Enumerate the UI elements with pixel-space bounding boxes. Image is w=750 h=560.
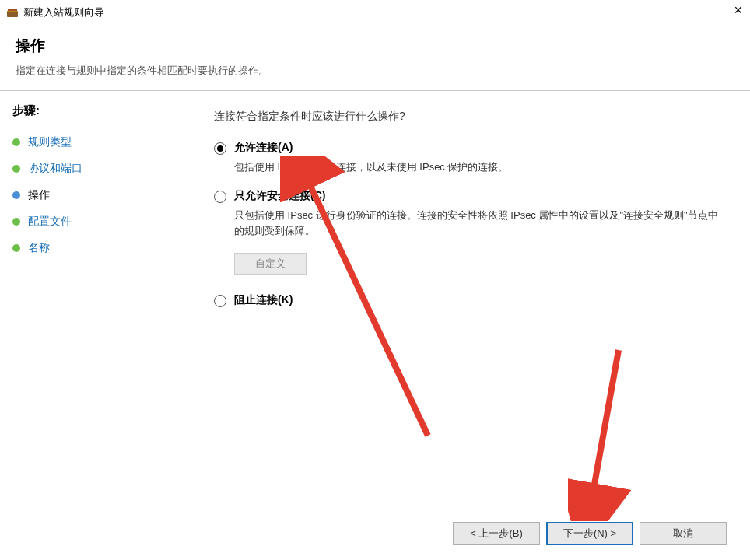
app-icon <box>6 6 19 19</box>
page-subtitle: 指定在连接与规则中指定的条件相匹配时要执行的操作。 <box>16 64 734 78</box>
wizard-footer: < 上一步(B) 下一步(N) > 取消 <box>0 516 750 560</box>
step-bullet-icon <box>12 218 20 226</box>
radio-label: 只允许安全连接(C) <box>234 189 325 203</box>
step-bullet-icon <box>12 165 20 173</box>
radio-allow-description: 包括使用 IPsec 保护的连接，以及未使用 IPsec 保护的连接。 <box>234 159 727 175</box>
step-bullet-icon <box>12 138 20 146</box>
step-name[interactable]: 名称 <box>12 235 191 261</box>
step-label: 规则类型 <box>28 135 72 149</box>
cancel-button[interactable]: 取消 <box>640 522 727 545</box>
radio-allow-secure[interactable]: 只允许安全连接(C) <box>214 189 727 203</box>
radio-label: 阻止连接(K) <box>234 293 293 307</box>
radio-label: 允许连接(A) <box>234 141 293 155</box>
step-label: 协议和端口 <box>28 162 82 176</box>
step-sidebar-title: 步骤: <box>12 103 191 118</box>
radio-secure-description: 只包括使用 IPsec 进行身份验证的连接。连接的安全性将依照 IPsec 属性… <box>234 208 727 239</box>
radio-icon <box>214 295 226 307</box>
wizard-content: 连接符合指定条件时应该进行什么操作? 允许连接(A) 包括使用 IPsec 保护… <box>198 91 750 509</box>
window-title: 新建入站规则向导 <box>23 5 104 19</box>
step-label: 名称 <box>28 241 50 255</box>
next-button[interactable]: 下一步(N) > <box>546 522 633 545</box>
step-action[interactable]: 操作 <box>12 182 191 208</box>
wizard-header: 操作 指定在连接与规则中指定的条件相匹配时要执行的操作。 <box>0 25 750 90</box>
step-rule-type[interactable]: 规则类型 <box>12 129 191 156</box>
step-profile[interactable]: 配置文件 <box>12 208 191 235</box>
radio-allow-connection[interactable]: 允许连接(A) <box>214 141 727 155</box>
radio-icon <box>214 191 226 203</box>
wizard-body: 步骤: 规则类型 协议和端口 操作 配置文件 名称 <box>0 91 750 509</box>
step-protocol-port[interactable]: 协议和端口 <box>12 156 191 182</box>
back-button[interactable]: < 上一步(B) <box>453 522 540 545</box>
step-bullet-icon <box>12 244 20 252</box>
radio-icon <box>214 142 226 155</box>
window-titlebar: 新建入站规则向导 × <box>0 0 750 25</box>
step-label: 配置文件 <box>28 215 72 229</box>
step-sidebar: 步骤: 规则类型 协议和端口 操作 配置文件 名称 <box>0 91 198 509</box>
radio-block-connection[interactable]: 阻止连接(K) <box>214 293 727 307</box>
close-button[interactable]: × <box>734 3 742 17</box>
action-question: 连接符合指定条件时应该进行什么操作? <box>214 110 727 124</box>
page-title: 操作 <box>16 36 734 56</box>
svg-rect-2 <box>7 11 18 12</box>
step-bullet-icon <box>12 191 20 199</box>
step-label: 操作 <box>28 188 50 202</box>
step-list: 规则类型 协议和端口 操作 配置文件 名称 <box>12 129 191 261</box>
customize-button: 自定义 <box>234 253 307 275</box>
